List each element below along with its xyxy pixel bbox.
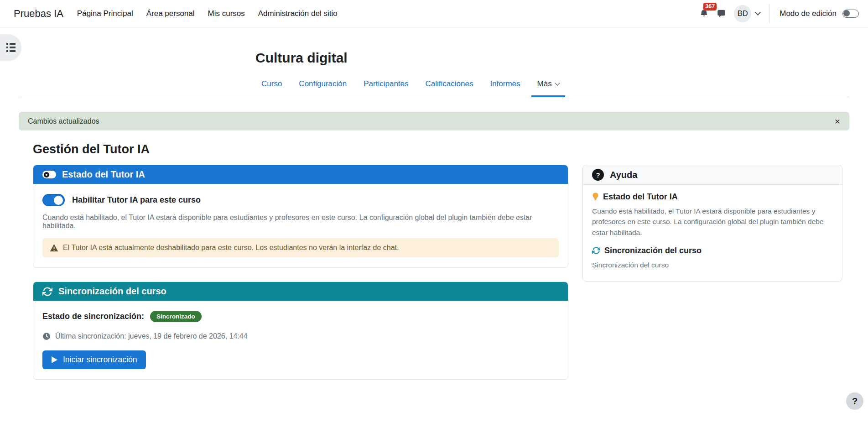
help-section-title: Estado del Tutor IA [603, 192, 678, 202]
help-card: ? Ayuda Estado del Tutor IA [582, 165, 842, 282]
help-card-title: Ayuda [610, 170, 637, 180]
tutor-status-card: Estado del Tutor IA Habilitar Tutor IA p… [33, 165, 568, 268]
edit-mode-toggle[interactable] [842, 10, 859, 18]
navbar-divider [769, 4, 770, 23]
toggle-on-icon [42, 171, 56, 178]
clock-icon [42, 332, 51, 340]
tab-mas[interactable]: Más [531, 79, 565, 97]
top-navbar: Pruebas IA Página Principal Área persona… [0, 0, 868, 27]
last-sync-text: Última sincronización: jueves, 19 de feb… [55, 332, 248, 340]
tab-informes[interactable]: Informes [484, 79, 526, 97]
nav-item-site-admin[interactable]: Administración del sitio [258, 9, 338, 18]
main-content: Gestión del Tutor IA Estado del Tutor IA… [33, 142, 842, 380]
tutor-status-card-header: Estado del Tutor IA [33, 165, 568, 184]
sync-status-label: Estado de sincronización: [42, 312, 144, 321]
tab-participantes[interactable]: Participantes [358, 79, 414, 97]
site-brand[interactable]: Pruebas IA [14, 8, 63, 20]
close-icon[interactable]: × [835, 116, 840, 126]
notification-count-badge: 367 [703, 3, 717, 10]
user-menu[interactable]: BD [734, 5, 760, 22]
sync-card-title: Sincronización del curso [58, 286, 166, 297]
open-course-index-button[interactable] [0, 34, 21, 61]
start-sync-button[interactable]: Iniciar sincronización [42, 350, 146, 369]
lightbulb-icon [592, 192, 599, 202]
sync-card: Sincronización del curso Estado de sincr… [33, 282, 568, 380]
tutor-status-card-title: Estado del Tutor IA [62, 169, 145, 180]
success-alert-message: Cambios actualizados [28, 117, 99, 125]
sync-card-header: Sincronización del curso [33, 282, 568, 301]
navbar-right: 367 BD Modo de edición [699, 4, 859, 23]
secondary-navigation: Curso Configuración Participantes Califi… [19, 79, 849, 97]
sync-icon [42, 287, 52, 297]
question-circle-icon: ? [592, 169, 604, 181]
warning-alert-message: El Tutor IA está actualmente deshabilita… [63, 244, 399, 252]
enable-tutor-toggle[interactable] [42, 194, 65, 206]
section-heading: Gestión del Tutor IA [33, 142, 842, 157]
course-index-icon [6, 43, 16, 52]
edit-mode-control: Modo de edición [780, 9, 859, 18]
help-section-text: Cuando está habilitado, el Tutor IA esta… [592, 206, 833, 238]
edit-mode-label: Modo de edición [780, 9, 837, 18]
messages-button[interactable] [717, 9, 726, 18]
nav-item-my-courses[interactable]: Mis cursos [208, 9, 245, 18]
start-sync-button-label: Iniciar sincronización [63, 355, 137, 365]
avatar[interactable]: BD [734, 5, 751, 22]
nav-item-home[interactable]: Página Principal [77, 9, 133, 18]
page-title: Cultura digital [255, 50, 868, 66]
success-alert: Cambios actualizados × [19, 112, 849, 131]
tab-curso[interactable]: Curso [255, 79, 288, 97]
tab-calificaciones[interactable]: Calificaciones [420, 79, 479, 97]
help-section-text: Sincronización del curso [592, 260, 833, 270]
enable-tutor-label: Habilitar Tutor IA para este curso [72, 195, 201, 205]
chevron-down-icon [755, 10, 761, 16]
primary-nav: Página Principal Área personal Mis curso… [77, 9, 338, 18]
help-section-title: Sincronización del curso [604, 246, 702, 256]
tutor-status-description: Cuando está habilitado, el Tutor IA esta… [42, 214, 559, 230]
warning-icon [50, 244, 58, 252]
nav-item-dashboard[interactable]: Área personal [146, 9, 195, 18]
right-column: ? Ayuda Estado del Tutor IA [582, 165, 842, 282]
floating-help-button[interactable]: ? [846, 392, 863, 410]
help-card-header: ? Ayuda [583, 165, 842, 185]
tab-mas-label: Más [537, 79, 552, 89]
chevron-down-icon [555, 80, 560, 85]
sync-icon [592, 246, 600, 255]
warning-alert: El Tutor IA está actualmente deshabilita… [42, 238, 559, 257]
tab-configuracion[interactable]: Configuración [293, 79, 353, 97]
left-column: Estado del Tutor IA Habilitar Tutor IA p… [33, 165, 568, 380]
notifications-button[interactable]: 367 [699, 9, 709, 19]
status-badge: Sincronizado [150, 311, 202, 322]
chat-icon [717, 9, 726, 18]
play-icon [52, 356, 57, 363]
